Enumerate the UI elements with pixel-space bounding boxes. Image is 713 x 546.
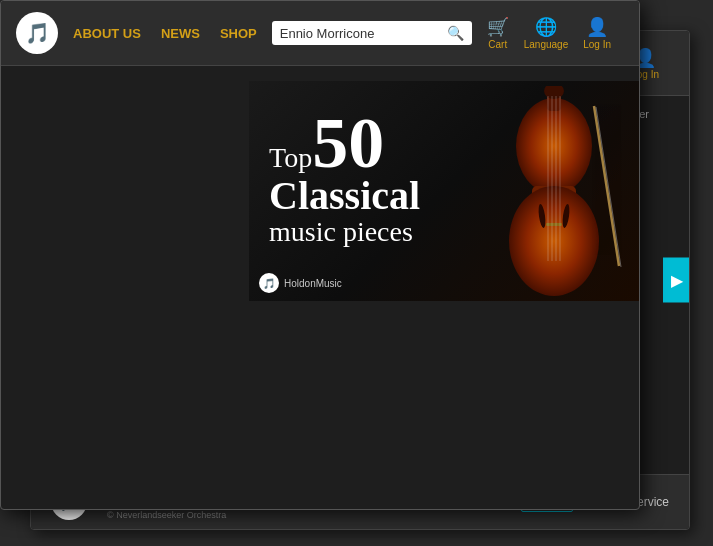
front-window: 🎵 ABOUT US NEWS SHOP 🔍 🛒 Cart 🌐 Language… (0, 0, 640, 510)
cart-label: Cart (488, 39, 507, 50)
cart-action[interactable]: 🛒 Cart (487, 16, 509, 50)
person-icon: 👤 (586, 16, 608, 38)
language-label: Language (524, 39, 569, 50)
news-link[interactable]: NEWS (161, 26, 200, 41)
search-container: 🔍 (272, 21, 472, 45)
chevron-right-icon: ▶ (671, 271, 683, 290)
svg-rect-7 (546, 223, 562, 226)
nav-links: ABOUT US NEWS SHOP (73, 26, 257, 41)
footer-copyright: © Neverlandseeker Orchestra (107, 510, 226, 520)
svg-point-0 (516, 98, 592, 194)
cart-icon: 🛒 (487, 16, 509, 38)
svg-line-13 (596, 107, 621, 267)
about-us-link[interactable]: ABOUT US (73, 26, 141, 41)
video-banner: Top50 Classical music pieces 🎵 HoldonMus… (249, 81, 639, 301)
video-text-classical: Classical (269, 176, 420, 216)
violin-image (484, 86, 624, 301)
logo-icon: 🎵 (25, 21, 50, 45)
language-icon: 🌐 (535, 16, 557, 38)
slider-next-arrow[interactable]: ▶ (663, 258, 690, 303)
search-input[interactable] (280, 26, 447, 41)
video-text-music-pieces: music pieces (269, 216, 420, 248)
front-navbar: 🎵 ABOUT US NEWS SHOP 🔍 🛒 Cart 🌐 Language… (1, 1, 639, 66)
login-label: Log In (583, 39, 611, 50)
search-icon[interactable]: 🔍 (447, 25, 464, 41)
video-text: Top50 Classical music pieces (269, 111, 420, 248)
watermark-text: HoldonMusic (284, 278, 342, 289)
video-watermark: 🎵 HoldonMusic (259, 273, 342, 293)
shop-link[interactable]: SHOP (220, 26, 257, 41)
video-bg: Top50 Classical music pieces 🎵 HoldonMus… (249, 81, 639, 301)
watermark-logo-icon: 🎵 (259, 273, 279, 293)
site-logo[interactable]: 🎵 (16, 12, 58, 54)
video-text-top: Top (269, 142, 312, 173)
svg-point-2 (509, 186, 599, 296)
video-text-number: 50 (312, 103, 384, 183)
language-action[interactable]: 🌐 Language (524, 16, 569, 50)
nav-actions: 🛒 Cart 🌐 Language 👤 Log In (487, 16, 611, 50)
login-action[interactable]: 👤 Log In (583, 16, 611, 50)
